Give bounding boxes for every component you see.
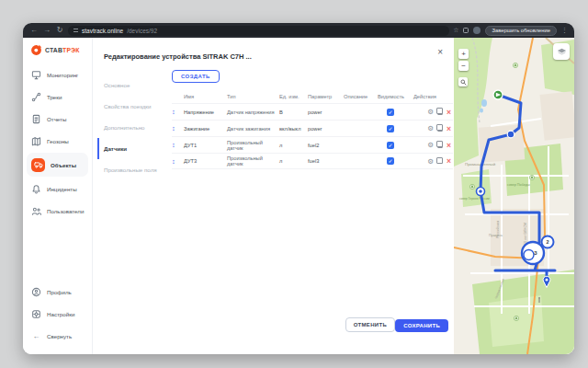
sensor-param: fuel2 (308, 143, 344, 148)
logo[interactable]: СТАВТРЭК (23, 44, 92, 63)
cluster-marker-large[interactable]: 3 (522, 242, 544, 264)
modal-tabs: Основное Свойства поездки Дополнительно … (104, 75, 170, 180)
sensor-param: power (308, 109, 344, 115)
sensor-unit: л (279, 143, 308, 148)
tab-additional[interactable]: Дополнительно (104, 117, 170, 138)
copy-icon[interactable] (437, 109, 443, 115)
geozones-icon (31, 136, 41, 146)
layers-icon (556, 46, 568, 58)
map-label-street3: Пушкина (489, 234, 503, 237)
search-icon (460, 79, 467, 86)
sidebar-item-geozones[interactable]: Геозоны (23, 130, 92, 152)
sidebar-item-collapse[interactable]: ← Свернуть (23, 325, 92, 347)
sensor-type: Датчик напряжения (227, 109, 279, 115)
route-point-marker[interactable] (507, 131, 514, 138)
cancel-button[interactable]: ОТМЕНИТЬ (345, 317, 395, 332)
sensors-table: Имя Тип Ед. изм. Параметр Описание Видим… (172, 89, 453, 169)
bell-icon (31, 184, 41, 194)
create-button[interactable]: СОЗДАТЬ (172, 70, 220, 83)
sidebar-item-objects[interactable]: Объекты (27, 153, 88, 177)
drag-handle-icon[interactable]: ↕ (172, 124, 184, 132)
cluster-marker-small[interactable]: 2 (542, 236, 554, 248)
users-icon (31, 206, 41, 216)
map-canvas: Промышленный сквер Победы сквер Героев Р… (454, 38, 574, 354)
route-point-marker[interactable] (477, 188, 485, 196)
browser-profile-avatar[interactable] (473, 27, 481, 34)
tab-sensors[interactable]: Датчики (97, 138, 170, 159)
visibility-checkbox[interactable]: ✓ (387, 142, 394, 149)
edit-device-modal: Редактирование устройства SITRAK C7H ...… (93, 38, 454, 354)
finish-update-button[interactable]: Завершить обновление (485, 26, 557, 36)
address-bar[interactable]: stavtrack.online/devices/92 (68, 26, 449, 36)
copy-icon[interactable] (437, 143, 443, 148)
sensor-settings-icon[interactable]: ⚙ (427, 124, 434, 132)
sidebar-item-reports[interactable]: Отчеты (23, 108, 92, 130)
tab-custom-fields[interactable]: Произвольные поля (104, 159, 170, 180)
map-label-street2: 50 лет ВЛКСМ (524, 223, 527, 245)
table-row: ↕ Напряжение Датчик напряжения В power ✓… (172, 103, 453, 120)
sensor-name: ДУТ1 (184, 143, 227, 148)
svg-text:2: 2 (546, 239, 548, 245)
tab-main[interactable]: Основное (104, 75, 170, 96)
sensor-unit: В (279, 109, 308, 115)
visibility-checkbox[interactable]: ✓ (387, 109, 394, 116)
chrome-toolbar: ☆ Завершить обновление ⋮ (453, 26, 568, 36)
map-panel[interactable]: Промышленный сквер Победы сквер Героев Р… (454, 38, 574, 354)
profile-icon (31, 287, 41, 297)
sidebar-item-monitoring[interactable]: Мониторинг (23, 63, 92, 86)
forward-icon[interactable]: → (42, 23, 51, 38)
reload-icon[interactable]: ↻ (55, 23, 64, 38)
extensions-icon[interactable] (463, 28, 469, 33)
close-icon[interactable]: × (437, 47, 443, 57)
stavtrack-logo-icon (30, 44, 42, 56)
sensor-name: ДУТ3 (184, 158, 227, 164)
sensor-settings-icon[interactable]: ⚙ (427, 108, 434, 116)
delete-icon[interactable]: × (447, 156, 451, 166)
sensor-settings-icon[interactable]: ⚙ (427, 141, 434, 149)
table-row: ↕ ДУТ1 Произвольный датчик л fuel2 ✓ ⚙× (172, 136, 453, 153)
tab-trip-properties[interactable]: Свойства поездки (104, 96, 170, 117)
modal-title: Редактирование устройства SITRAK C7H ... (104, 52, 252, 61)
sidebar-item-incidents[interactable]: Инциденты (23, 178, 92, 200)
back-icon[interactable]: ← (29, 23, 39, 38)
collapse-arrow-icon: ← (31, 332, 41, 340)
sensor-settings-icon[interactable]: ⚙ (427, 157, 434, 166)
sensor-param: fuel3 (308, 158, 344, 164)
sensor-type: Произвольный датчик (227, 155, 279, 167)
sensor-type: Датчик зажигания (227, 126, 279, 132)
bookmark-star-icon[interactable]: ☆ (453, 27, 458, 34)
save-button[interactable]: СОХРАНИТЬ (395, 319, 448, 332)
visibility-checkbox[interactable]: ✓ (387, 157, 394, 165)
delete-icon[interactable]: × (447, 108, 451, 117)
map-search-button[interactable] (458, 77, 468, 86)
route-start-marker[interactable] (493, 90, 503, 99)
sidebar-item-tracks[interactable]: Треки (23, 86, 92, 108)
drag-handle-icon[interactable]: ↕ (172, 108, 184, 116)
copy-icon[interactable] (437, 158, 443, 164)
copy-icon[interactable] (437, 126, 443, 132)
sensor-param: power (308, 126, 344, 132)
zoom-in-button[interactable]: + (458, 49, 469, 59)
truck-icon (31, 158, 45, 172)
sidebar-item-settings[interactable]: Настройки (23, 303, 92, 325)
map-label-park1: сквер Победы (507, 183, 530, 187)
visibility-checkbox[interactable]: ✓ (387, 125, 394, 132)
sidebar: СТАВТРЭК Мониторинг Треки Отчеты Геозоны (23, 38, 93, 354)
url-path: /devices/92 (127, 28, 157, 34)
browser-window: ← → ↻ stavtrack.online/devices/92 ☆ Заве… (23, 23, 574, 354)
sidebar-item-users[interactable]: Пользователи (23, 200, 92, 222)
delete-icon[interactable]: × (447, 141, 451, 150)
tracks-icon (31, 92, 41, 102)
drag-handle-icon[interactable]: ↕ (172, 141, 184, 149)
delete-icon[interactable]: × (447, 124, 451, 133)
sidebar-item-profile[interactable]: Профиль (23, 281, 92, 303)
table-row: ↕ ДУТ3 Произвольный датчик л fuel3 ✓ ⚙× (172, 153, 453, 169)
sensor-name: Зажигание (184, 126, 227, 132)
zoom-out-button[interactable]: − (458, 61, 469, 71)
table-row: ↕ Зажигание Датчик зажигания вкл/выкл po… (172, 120, 453, 136)
site-info-icon[interactable] (74, 29, 78, 32)
map-layers-button[interactable] (553, 43, 570, 60)
drag-handle-icon[interactable]: ↕ (172, 157, 184, 166)
logo-text: СТАВТРЭК (45, 47, 80, 53)
chrome-menu-icon[interactable]: ⋮ (561, 27, 568, 34)
